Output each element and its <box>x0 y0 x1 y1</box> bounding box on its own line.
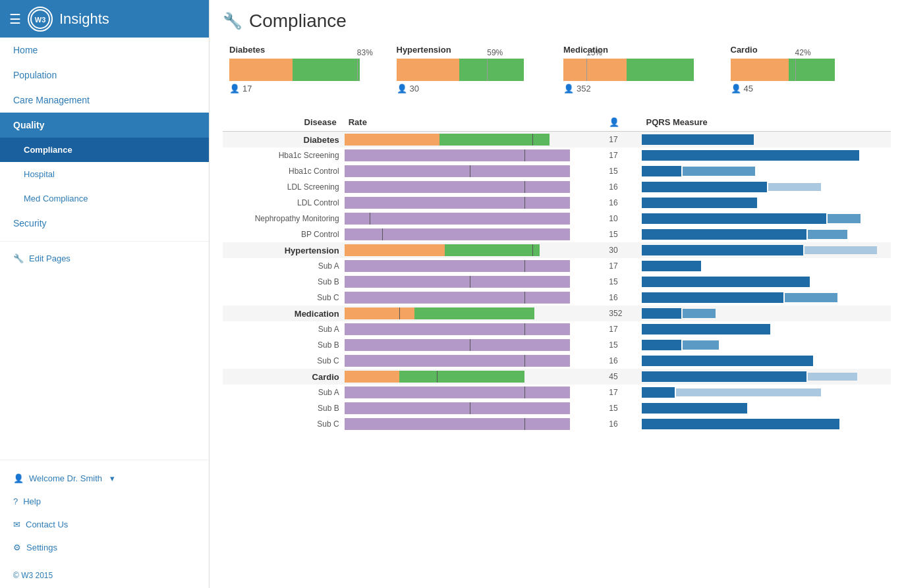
medication-percent: 15% <box>586 48 602 57</box>
count-cell: 17 <box>606 321 639 337</box>
summary-card-medication: Medication 15% 👤 352 <box>557 45 724 100</box>
disease-name: Hba1c Control <box>223 163 342 179</box>
sidebar-item-home[interactable]: Home <box>0 38 209 63</box>
hypertension-bar-orange <box>397 59 460 81</box>
pqrs-cell <box>639 306 891 321</box>
medication-count: 👤 352 <box>563 84 718 94</box>
cardio-bar <box>731 59 885 81</box>
disease-name: Cardio <box>223 369 342 385</box>
table-row: Medication 352 <box>223 306 891 321</box>
sidebar-item-security[interactable]: Security <box>0 211 209 236</box>
disease-name: Nephropathy Monitoring <box>223 211 342 227</box>
logo: W3 <box>28 7 53 32</box>
disease-name: Sub C <box>223 353 342 369</box>
help-button[interactable]: ? Help <box>0 490 209 513</box>
rate-cell <box>342 337 607 353</box>
rate-cell <box>342 369 607 385</box>
rate-cell <box>342 306 607 321</box>
sidebar: ☰ W3 Insights Home Population Care Manag… <box>0 0 210 588</box>
th-rate: Rate <box>342 113 607 132</box>
question-icon: ? <box>13 496 18 506</box>
gear-icon: ⚙ <box>13 543 21 552</box>
medication-bar-green <box>627 59 694 81</box>
table-row: Sub C 16 <box>223 353 891 369</box>
count-cell: 17 <box>606 385 639 400</box>
sidebar-item-quality[interactable]: Quality <box>0 113 209 138</box>
summary-hypertension-bar: 59% <box>397 59 551 81</box>
contact-us-button[interactable]: ✉ Contact Us <box>0 513 209 536</box>
app-title: Insights <box>59 11 109 28</box>
pqrs-cell <box>639 369 891 385</box>
user-icon: 👤 <box>13 473 24 483</box>
table-row: Sub B 15 <box>223 400 891 416</box>
rate-cell <box>342 258 607 274</box>
table-row: LDL Screening 16 <box>223 179 891 195</box>
pqrs-cell <box>639 337 891 353</box>
disease-name: LDL Screening <box>223 179 342 195</box>
rate-cell <box>342 242 607 258</box>
cardio-divider <box>795 59 796 81</box>
copyright: © W3 2015 <box>0 566 209 588</box>
table-row: Hba1c Control 15 <box>223 163 891 179</box>
rate-cell <box>342 385 607 400</box>
table-row: Sub C 16 <box>223 416 891 432</box>
table-row: BP Control 15 <box>223 227 891 242</box>
summary-row: Diabetes 83% 👤 17 Hypertension 59% <box>223 45 891 100</box>
th-count: 👤 <box>606 113 639 132</box>
rate-cell <box>342 353 607 369</box>
cardio-count: 👤 45 <box>731 84 885 94</box>
disease-name: LDL Control <box>223 195 342 211</box>
th-disease: Disease <box>223 113 342 132</box>
nav-bottom: 👤 Welcome Dr. Smith ▾ ? Help ✉ Contact U… <box>0 460 209 566</box>
count-cell: 15 <box>606 163 639 179</box>
pqrs-cell <box>639 211 891 227</box>
count-cell: 352 <box>606 306 639 321</box>
sidebar-item-hospital[interactable]: Hospital <box>0 162 209 186</box>
summary-cardio-bar: 42% <box>731 59 885 81</box>
settings-button[interactable]: ⚙ Settings <box>0 536 209 559</box>
table-body: Diabetes 17 Hba1c Screening <box>223 132 891 433</box>
pqrs-cell <box>639 416 891 432</box>
rate-cell <box>342 227 607 242</box>
pqrs-cell <box>639 132 891 148</box>
table-row: Sub A 17 <box>223 258 891 274</box>
svg-text:W3: W3 <box>35 16 46 24</box>
hypertension-bar-green <box>459 59 524 81</box>
summary-diabetes-bar: 83% <box>229 59 383 81</box>
rate-cell <box>342 132 607 148</box>
table-row: Diabetes 17 <box>223 132 891 148</box>
summary-card-hypertension: Hypertension 59% 👤 30 <box>390 45 557 100</box>
medication-divider <box>586 59 587 81</box>
count-cell: 15 <box>606 400 639 416</box>
sidebar-item-med-compliance[interactable]: Med Compliance <box>0 186 209 211</box>
table-row: Sub C 16 <box>223 290 891 306</box>
main-content: 🔧 Compliance Diabetes 83% 👤 17 Hypertens… <box>210 0 904 588</box>
sidebar-item-care-management[interactable]: Care Management <box>0 88 209 113</box>
cardio-bar-green <box>789 59 835 81</box>
pqrs-cell <box>639 195 891 211</box>
medication-bar-orange <box>563 59 627 81</box>
hypertension-bar <box>397 59 551 81</box>
sidebar-item-compliance[interactable]: Compliance <box>0 138 209 162</box>
person-icon: 👤 <box>563 84 574 94</box>
person-icon: 👤 <box>731 84 741 94</box>
rate-cell <box>342 416 607 432</box>
table-row: Sub A 17 <box>223 385 891 400</box>
table-row: Nephropathy Monitoring 10 <box>223 211 891 227</box>
diabetes-divider <box>357 59 358 81</box>
hypertension-percent: 59% <box>487 48 503 57</box>
sidebar-item-population[interactable]: Population <box>0 63 209 88</box>
rate-cell <box>342 147 607 163</box>
welcome-user[interactable]: 👤 Welcome Dr. Smith ▾ <box>0 467 209 490</box>
pqrs-cell <box>639 321 891 337</box>
disease-name: Sub B <box>223 274 342 290</box>
count-cell: 15 <box>606 274 639 290</box>
disease-name: Medication <box>223 306 342 321</box>
edit-pages-button[interactable]: 🔧 Edit Pages <box>0 247 209 270</box>
disease-name: Hypertension <box>223 242 342 258</box>
diabetes-bar-green <box>293 59 360 81</box>
count-cell: 45 <box>606 369 639 385</box>
summary-hypertension-label: Hypertension <box>397 45 551 55</box>
hamburger-icon[interactable]: ☰ <box>9 11 21 27</box>
diabetes-bar <box>229 59 383 81</box>
